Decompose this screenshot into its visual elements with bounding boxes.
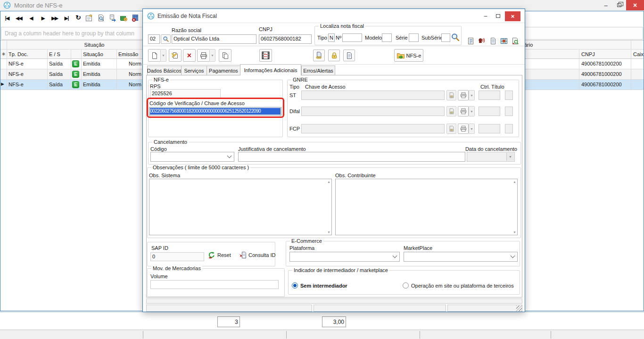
radio-sem-intermediador-label[interactable]: Sem intermediador — [300, 283, 347, 289]
tab-servicos[interactable]: Serviços — [181, 66, 207, 75]
delete-button[interactable]: × — [183, 49, 196, 62]
gnre-difal-ctrl-field — [479, 107, 500, 116]
audit-icon[interactable] — [511, 37, 520, 45]
new-document-dropdown[interactable]: ▼ — [160, 49, 166, 62]
chevron-down-icon — [511, 254, 515, 258]
cnpj-field[interactable]: 06027568000182 — [259, 34, 312, 44]
tab-dados-basicos[interactable]: Dados Básicos — [147, 66, 182, 75]
modelo-field[interactable] — [382, 33, 392, 42]
restore-icon — [617, 3, 621, 7]
subserie-field[interactable] — [441, 33, 450, 42]
copy-button[interactable] — [219, 49, 231, 62]
export-icon[interactable] — [107, 13, 118, 23]
film-button[interactable] — [259, 49, 272, 62]
volume-field[interactable] — [150, 280, 279, 289]
obs-sistema-textarea[interactable]: ▲ ▼ — [149, 179, 332, 235]
statusbar-divider — [286, 331, 287, 339]
serie-field[interactable] — [409, 33, 419, 42]
notes-icon[interactable] — [466, 37, 475, 45]
tipo-field[interactable]: N — [328, 33, 335, 42]
grid-icon[interactable] — [500, 37, 508, 45]
sap-id-field[interactable]: 0 — [150, 252, 204, 261]
tab-erros-alertas[interactable]: Erros/Alertas — [301, 66, 335, 75]
tipo-label: Tipo — [317, 35, 327, 41]
first-record-button[interactable]: |◀ — [2, 13, 12, 23]
dialog-minimize-button[interactable]: – — [480, 11, 491, 21]
scroll-down-icon[interactable]: ▼ — [327, 231, 330, 234]
gnre-st-print-button[interactable] — [458, 90, 469, 100]
localiza-search-button[interactable] — [451, 33, 460, 42]
gnre-difal-print-button[interactable] — [458, 106, 469, 116]
chevron-down-icon — [393, 254, 397, 258]
nfse-button[interactable]: NFS-e — [394, 49, 423, 62]
col-header-emissao[interactable]: Emissão — [118, 51, 138, 57]
justificativa-field[interactable] — [238, 152, 465, 162]
razao-social-field[interactable]: Optical CVisão Ltda — [172, 34, 256, 44]
col-header-situacao[interactable]: Situação — [83, 51, 103, 57]
prior-page-button[interactable]: ◀◀ — [14, 13, 24, 23]
gnre-st-print-dropdown[interactable]: ▼ — [469, 90, 475, 100]
gnre-difal-print-dropdown[interactable]: ▼ — [469, 106, 475, 116]
dialog-maximize-button[interactable] — [493, 11, 503, 21]
empresa-search-button[interactable] — [161, 34, 171, 44]
padlock-button[interactable] — [328, 50, 340, 61]
col-header-cnpj[interactable]: CNPJ — [581, 51, 595, 57]
consulta-id-button[interactable]: Consulta ID — [239, 251, 275, 259]
main-window-title: Monitor de NFS-e — [14, 2, 63, 9]
radio-sem-intermediador[interactable] — [292, 282, 298, 289]
gnre-difal-doc-button[interactable] — [446, 106, 456, 116]
gnre-fcp-print-dropdown[interactable]: ▼ — [469, 124, 475, 134]
properties-icon[interactable] — [84, 13, 94, 23]
main-minimize-button[interactable]: – — [600, 0, 612, 10]
main-close-button[interactable]: × — [626, 0, 644, 10]
band-situacao[interactable]: Situação — [47, 42, 141, 48]
gnre-fcp-doc-button[interactable] — [446, 124, 456, 134]
reset-button[interactable]: Reset — [208, 251, 231, 259]
obs-contribuinte-textarea[interactable]: ▲ ▼ — [335, 179, 518, 235]
numero-field[interactable] — [342, 33, 362, 42]
print-button[interactable] — [197, 49, 210, 62]
empresa-code-field[interactable]: 02 — [148, 34, 160, 44]
codigo-cancelamento-combobox[interactable] — [150, 152, 234, 162]
gnre-difal-chave-field — [301, 107, 445, 116]
finance-icon[interactable]: $ — [130, 13, 140, 23]
refresh-button[interactable]: ↻ — [73, 12, 83, 23]
package-icon[interactable] — [118, 13, 129, 23]
next-page-button[interactable]: ▶▶ — [50, 13, 60, 23]
scroll-down-icon[interactable]: ▼ — [513, 231, 516, 234]
rps-field[interactable]: 2025526 — [150, 89, 221, 98]
new-note-button[interactable] — [169, 49, 182, 62]
report-icon[interactable] — [489, 37, 497, 45]
gnre-st-doc-button[interactable] — [446, 90, 456, 100]
scroll-up-icon[interactable]: ▲ — [513, 180, 516, 183]
new-document-button[interactable] — [148, 49, 161, 62]
scroll-up-icon[interactable]: ▲ — [327, 180, 330, 183]
tab-pagamentos[interactable]: Pagamentos — [206, 66, 240, 75]
band-destinatario-fragment[interactable]: ário — [524, 42, 533, 48]
plataforma-combobox[interactable] — [289, 252, 400, 262]
localiza-group-title: Localiza nota fiscal — [319, 23, 365, 29]
radio-operacao-terceiros-label[interactable]: Operação em site ou plataforma de tercei… — [411, 283, 514, 289]
last-record-button[interactable]: ▶| — [61, 13, 72, 23]
gnre-fcp-print-button[interactable] — [458, 124, 469, 134]
doc-link-button[interactable] — [313, 50, 325, 61]
col-header-caixa-fragment[interactable]: Caix — [633, 51, 644, 57]
calendar-dropdown-icon[interactable]: ▼ — [506, 153, 514, 161]
next-record-button[interactable]: ▶ — [38, 13, 48, 23]
data-cancelamento-field: ▼ — [467, 152, 515, 162]
tab-informacoes-adicionais[interactable]: Informações Adicionais — [240, 64, 301, 75]
transmit-icon[interactable] — [478, 37, 486, 45]
resize-grip[interactable] — [516, 306, 522, 311]
doc-icon — [346, 52, 353, 59]
main-restore-button[interactable] — [613, 0, 625, 10]
radio-operacao-terceiros[interactable] — [403, 282, 409, 289]
marketplace-combobox[interactable] — [404, 252, 518, 262]
preview-icon[interactable] — [96, 13, 106, 23]
print-dropdown[interactable]: ▼ — [209, 49, 215, 62]
chave-acesso-field[interactable]: 0022060275680001820000000000000625125520… — [149, 107, 281, 116]
col-header-es[interactable]: E / S — [49, 51, 60, 57]
dialog-close-button[interactable]: × — [505, 11, 520, 21]
document-button[interactable] — [343, 50, 355, 61]
col-header-tpdoc[interactable]: Tp. Doc. — [8, 51, 28, 57]
prior-record-button[interactable]: ◀ — [26, 13, 36, 23]
